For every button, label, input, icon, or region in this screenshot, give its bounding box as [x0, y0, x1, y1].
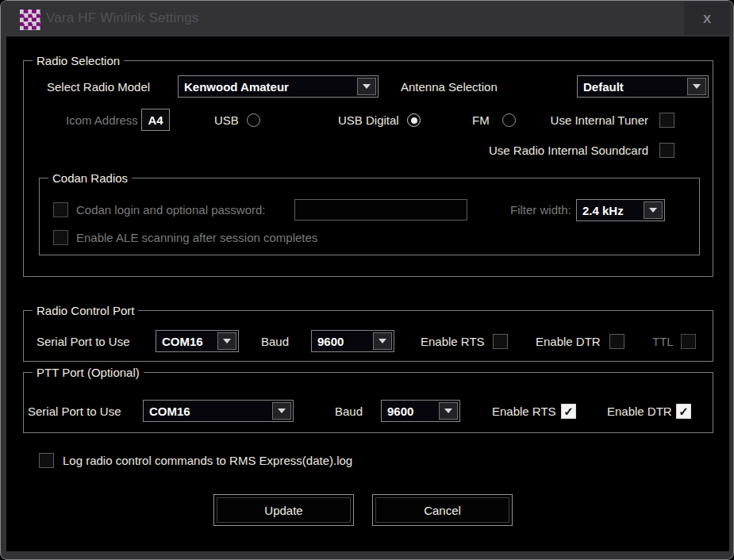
window-title: Vara HF Winlink Settings	[46, 10, 199, 26]
chevron-down-icon[interactable]	[373, 332, 392, 350]
ptt-port-group: PTT Port (Optional) Serial Port to Use C…	[23, 372, 713, 433]
ale-scanning-label: Enable ALE scanning after session comple…	[76, 231, 317, 244]
use-radio-internal-soundcard-checkbox[interactable]	[659, 143, 674, 158]
chevron-down-icon[interactable]	[272, 402, 291, 420]
close-button[interactable]: X	[684, 2, 730, 35]
filter-width-label: Filter width:	[510, 203, 571, 217]
rcp-baud-label: Baud	[261, 335, 289, 348]
codan-password-field[interactable]	[294, 199, 467, 221]
ptt-serial-port-value: COM16	[144, 405, 271, 418]
app-icon	[20, 10, 40, 30]
chevron-down-icon[interactable]	[217, 332, 236, 350]
ptt-serial-port-select[interactable]: COM16	[143, 400, 294, 422]
log-commands-checkbox[interactable]	[39, 453, 54, 468]
rcp-serial-port-value: COM16	[156, 335, 216, 348]
close-icon: X	[703, 12, 711, 25]
ptt-baud-label: Baud	[335, 405, 363, 418]
rcp-serial-port-select[interactable]: COM16	[156, 330, 239, 352]
ptt-serial-port-label: Serial Port to Use	[28, 405, 121, 418]
update-button[interactable]: Update	[213, 494, 354, 526]
usb-digital-mode-radio[interactable]	[407, 113, 421, 127]
radio-model-select[interactable]: Kenwood Amateur	[178, 75, 379, 98]
radio-selection-group: Radio Selection Select Radio Model Kenwo…	[23, 60, 713, 277]
rcp-enable-dtr-checkbox[interactable]	[609, 334, 624, 349]
codan-login-label: Codan login and optional password:	[76, 203, 266, 217]
ptt-enable-dtr-checkbox[interactable]	[676, 404, 691, 419]
dialog-window: Vara HF Winlink Settings X Radio Selecti…	[0, 0, 734, 560]
chevron-down-icon[interactable]	[687, 78, 706, 95]
fm-mode-label: FM	[472, 113, 490, 127]
ptt-enable-rts-checkbox[interactable]	[561, 404, 576, 419]
ptt-enable-rts-label: Enable RTS	[492, 405, 556, 418]
title-bar[interactable]: Vara HF Winlink Settings X	[1, 1, 733, 36]
rcp-ttl-checkbox[interactable]	[681, 334, 696, 349]
codan-radios-group: Codan Radios Codan login and optional pa…	[39, 178, 700, 255]
antenna-select[interactable]: Default	[577, 75, 709, 98]
use-internal-tuner-checkbox[interactable]	[659, 113, 674, 128]
cancel-button[interactable]: Cancel	[372, 494, 513, 526]
chevron-down-icon[interactable]	[644, 201, 663, 219]
radio-selection-group-title: Radio Selection	[33, 54, 124, 67]
ptt-baud-value: 9600	[382, 405, 437, 418]
usb-mode-label: USB	[214, 113, 239, 127]
rcp-baud-select[interactable]: 9600	[311, 330, 394, 352]
rcp-enable-rts-label: Enable RTS	[421, 335, 485, 348]
filter-width-select[interactable]: 2.4 kHz	[576, 199, 665, 221]
select-radio-model-label: Select Radio Model	[47, 80, 150, 94]
use-internal-tuner-label: Use Internal Tuner	[551, 113, 648, 127]
filter-width-value: 2.4 kHz	[577, 204, 642, 217]
use-radio-internal-soundcard-label: Use Radio Internal Soundcard	[489, 144, 648, 157]
rcp-ttl-label: TTL	[652, 335, 674, 348]
icom-address-label: Icom Address	[66, 113, 138, 127]
icom-address-field[interactable]	[141, 109, 170, 131]
chevron-down-icon[interactable]	[357, 78, 376, 95]
ptt-port-group-title: PTT Port (Optional)	[33, 366, 144, 379]
chevron-down-icon[interactable]	[439, 402, 458, 420]
antenna-value: Default	[578, 80, 686, 94]
radio-control-port-group: Radio Control Port Serial Port to Use CO…	[23, 310, 713, 362]
usb-mode-radio[interactable]	[247, 113, 260, 127]
rcp-enable-rts-checkbox[interactable]	[493, 334, 508, 349]
fm-mode-radio[interactable]	[502, 113, 516, 127]
log-commands-label: Log radio control commands to RMS Expres…	[63, 454, 352, 467]
ptt-enable-dtr-label: Enable DTR	[607, 405, 672, 418]
rcp-baud-value: 9600	[312, 335, 371, 348]
codan-login-checkbox[interactable]	[53, 202, 68, 217]
rcp-serial-port-label: Serial Port to Use	[37, 335, 130, 348]
usb-digital-mode-label: USB Digital	[338, 113, 399, 127]
radio-model-value: Kenwood Amateur	[179, 80, 355, 94]
antenna-selection-label: Antenna Selection	[401, 80, 498, 94]
ptt-baud-select[interactable]: 9600	[381, 400, 460, 422]
rcp-enable-dtr-label: Enable DTR	[536, 335, 601, 348]
radio-control-port-group-title: Radio Control Port	[33, 304, 138, 317]
codan-radios-group-title: Codan Radios	[48, 171, 132, 185]
ale-scanning-checkbox[interactable]	[53, 230, 68, 245]
